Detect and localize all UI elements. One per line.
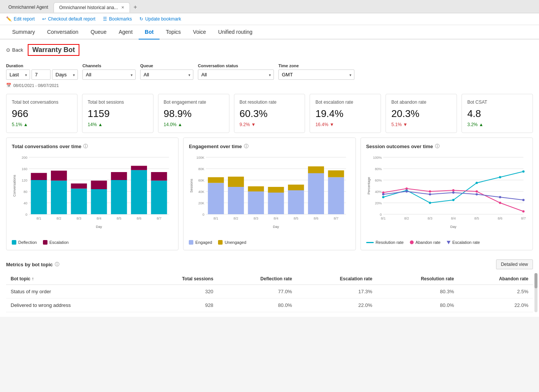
kpi-label-0: Total bot conversations bbox=[12, 100, 72, 105]
unengaged-color bbox=[218, 240, 223, 245]
svg-text:120: 120 bbox=[22, 179, 27, 182]
nav-tab-topics[interactable]: Topics bbox=[160, 25, 187, 40]
tab-agent[interactable]: Omnichannel Agent bbox=[3, 2, 54, 12]
svg-text:Sessions: Sessions bbox=[190, 179, 193, 193]
kpi-card-5: Bot abandon rate 20.3% 5.1% ▼ bbox=[386, 94, 457, 133]
svg-text:60%: 60% bbox=[375, 179, 382, 182]
tab-historical[interactable]: Omnichannel historical ana... ✕ bbox=[54, 2, 130, 13]
deflection-color bbox=[12, 240, 16, 245]
scrollbar-thumb[interactable] bbox=[534, 273, 537, 288]
kpi-label-6: Bot CSAT bbox=[467, 100, 527, 105]
svg-rect-63 bbox=[308, 173, 324, 214]
svg-point-103 bbox=[522, 199, 525, 201]
duration-value-input[interactable] bbox=[32, 70, 51, 80]
svg-point-89 bbox=[522, 171, 525, 173]
svg-text:0: 0 bbox=[25, 213, 27, 217]
nav-tab-conversation[interactable]: Conversation bbox=[41, 25, 85, 40]
svg-point-96 bbox=[522, 210, 525, 213]
kpi-row: Total bot conversations 966 5.1% ▲ Total… bbox=[0, 89, 539, 138]
svg-text:8/2: 8/2 bbox=[57, 217, 62, 220]
nav-tab-unified-routing[interactable]: Unified routing bbox=[212, 25, 258, 40]
legend-engaged: Engaged bbox=[189, 240, 212, 245]
timezone-select[interactable]: GMT bbox=[278, 70, 354, 80]
kpi-value-0: 966 bbox=[12, 108, 72, 120]
nav-tab-bot[interactable]: Bot bbox=[139, 25, 160, 40]
svg-point-97 bbox=[382, 193, 384, 196]
metrics-table-header-row: Bot topic ↑Total sessionsDeflection rate… bbox=[6, 273, 533, 285]
session-chart-area: 100%80%60%40%20%0Percentage8/18/28/38/48… bbox=[366, 153, 527, 237]
timezone-filter: Time zone GMT bbox=[278, 63, 354, 80]
edit-report-button[interactable]: ✏️ Edit report bbox=[6, 16, 35, 22]
svg-rect-16 bbox=[51, 181, 67, 215]
conv-over-time-chart: Total conversations over time ⓘ 20016012… bbox=[6, 138, 179, 250]
duration-preset-select[interactable]: Last bbox=[6, 70, 30, 80]
svg-rect-51 bbox=[228, 187, 244, 214]
duration-unit-wrapper[interactable]: Days bbox=[52, 70, 78, 80]
channels-select-wrapper[interactable]: All bbox=[82, 70, 136, 80]
nav-tab-summary[interactable]: Summary bbox=[6, 25, 41, 40]
info-icon-3: ⓘ bbox=[435, 143, 439, 150]
queue-select[interactable]: All bbox=[140, 70, 193, 80]
kpi-change-0: 5.1% ▲ bbox=[12, 122, 72, 127]
svg-rect-64 bbox=[308, 166, 324, 173]
table-row: Status of my order32077.0%17.3%80.3%2.5% bbox=[6, 285, 533, 299]
add-tab-button[interactable]: + bbox=[130, 2, 141, 13]
svg-point-101 bbox=[476, 193, 478, 196]
engagement-over-time-chart: Engagement over time ⓘ 100K80K60K40K20K0… bbox=[183, 138, 356, 250]
duration-preset-wrapper[interactable]: Last bbox=[6, 70, 30, 80]
cell-1-2: 80.0% bbox=[218, 299, 297, 312]
kpi-value-1: 1159 bbox=[88, 108, 148, 120]
checkout-button[interactable]: ↩ Checkout default report bbox=[42, 16, 95, 22]
main-content: ⊙ Back Warranty Bot Duration Last Days bbox=[0, 40, 539, 317]
update-bookmark-button[interactable]: ↻ Update bookmark bbox=[139, 16, 181, 22]
scrollbar[interactable] bbox=[534, 273, 537, 312]
duration-unit-select[interactable]: Days bbox=[52, 70, 78, 80]
abandon-dot bbox=[410, 240, 414, 244]
kpi-change-4: 16.4% ▼ bbox=[315, 122, 375, 127]
kpi-label-2: Bot engagement rate bbox=[164, 100, 224, 105]
nav-tab-agent[interactable]: Agent bbox=[112, 25, 139, 40]
refresh-icon: ↻ bbox=[139, 16, 143, 22]
svg-text:20%: 20% bbox=[375, 201, 382, 205]
legend-unengaged: Unengaged bbox=[218, 240, 246, 245]
kpi-label-3: Bot resolution rate bbox=[240, 100, 300, 105]
cell-1-0: Delivered to wrong address bbox=[6, 299, 140, 312]
nav-tab-queue[interactable]: Queue bbox=[84, 25, 112, 40]
svg-text:8/7: 8/7 bbox=[156, 217, 161, 220]
conv-chart-area: 20016012080400Conversations8/18/28/38/48… bbox=[12, 153, 173, 237]
svg-point-85 bbox=[429, 202, 431, 204]
conv-status-select-wrapper[interactable]: All bbox=[198, 70, 274, 80]
back-button[interactable]: ⊙ Back bbox=[6, 47, 23, 53]
svg-rect-58 bbox=[268, 187, 284, 193]
detailed-view-button[interactable]: Detailed view bbox=[496, 259, 533, 269]
browser-tab-bar: Omnichannel Agent Omnichannel historical… bbox=[0, 0, 539, 13]
svg-text:100%: 100% bbox=[373, 156, 382, 160]
svg-text:8/1: 8/1 bbox=[381, 217, 386, 220]
col-header-2: Deflection rate bbox=[218, 273, 297, 285]
svg-rect-20 bbox=[71, 183, 87, 189]
info-icon-4: ⓘ bbox=[55, 261, 59, 268]
bookmarks-button[interactable]: ☰ Bookmarks bbox=[103, 16, 132, 22]
svg-text:40: 40 bbox=[24, 201, 27, 205]
close-tab-icon[interactable]: ✕ bbox=[121, 5, 124, 9]
svg-text:8/4: 8/4 bbox=[451, 217, 456, 220]
cell-0-4: 80.3% bbox=[377, 285, 458, 299]
info-icon: ⓘ bbox=[83, 143, 88, 150]
engagement-chart-title: Engagement over time ⓘ bbox=[189, 143, 350, 150]
channels-select[interactable]: All bbox=[82, 70, 136, 80]
svg-rect-48 bbox=[208, 183, 224, 215]
channels-filter: Channels All bbox=[82, 63, 136, 80]
col-header-4: Resolution rate bbox=[377, 273, 458, 285]
svg-text:8/6: 8/6 bbox=[498, 217, 503, 220]
col-header-0[interactable]: Bot topic ↑ bbox=[6, 273, 140, 285]
timezone-select-wrapper[interactable]: GMT bbox=[278, 70, 354, 80]
nav-tab-voice[interactable]: Voice bbox=[187, 25, 212, 40]
svg-text:80K: 80K bbox=[198, 167, 204, 171]
cell-1-3: 22.0% bbox=[297, 299, 377, 312]
svg-text:8/7: 8/7 bbox=[521, 217, 526, 220]
conv-status-select[interactable]: All bbox=[198, 70, 274, 80]
svg-text:200: 200 bbox=[22, 156, 27, 160]
queue-select-wrapper[interactable]: All bbox=[140, 70, 193, 80]
svg-text:Conversations: Conversations bbox=[13, 175, 16, 197]
svg-text:8/4: 8/4 bbox=[96, 217, 101, 220]
